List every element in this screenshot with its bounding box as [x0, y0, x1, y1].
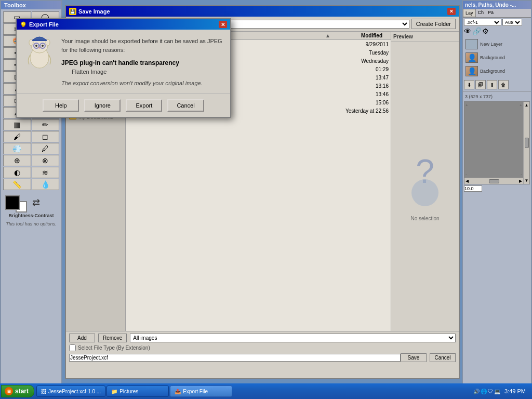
toolbox-title: Toolbox [1, 1, 61, 9]
layer-item-bg[interactable]: 👤 Background [464, 64, 530, 78]
mini-scrollbar-v[interactable]: ▲ ▼ [523, 102, 529, 184]
layer-name-new: New Layer [480, 42, 528, 47]
zoom-row [464, 185, 530, 192]
tool-measure[interactable]: 📏 [3, 179, 31, 190]
taskbar-item-2[interactable]: 📤 Export File [170, 385, 232, 397]
taskbar-item-1[interactable]: 📁 Pictures [107, 385, 169, 397]
layer-up-btn[interactable]: ⬆ [487, 80, 497, 89]
taskbar-label-0: JesseProject.xcf-1.0 ... [48, 389, 101, 394]
auto-dropdown[interactable]: Auto [502, 19, 522, 26]
help-btn[interactable]: Help [43, 99, 79, 112]
export-mascot [24, 37, 55, 68]
start-button[interactable]: ⊞ start [1, 385, 34, 397]
zoom-input[interactable] [464, 185, 482, 192]
export-cancel-btn[interactable]: Cancel [167, 99, 204, 112]
wilber-icon [24, 34, 55, 71]
ignore-btn[interactable]: Ignore [84, 99, 121, 112]
layer-thumb-new [466, 39, 478, 49]
layer-down-btn[interactable]: ⬇ [464, 80, 474, 89]
tool-airbrush[interactable]: 💨 [3, 143, 31, 154]
filename-row [69, 354, 401, 362]
layer-thumb-bg: 👤 [466, 66, 478, 76]
taskbar-label-2: Export File [183, 389, 208, 394]
taskbar: ⊞ start 🖼 JesseProject.xcf-1.0 ... 📁 Pic… [0, 383, 532, 399]
taskbar-items: 🖼 JesseProject.xcf-1.0 ... 📁 Pictures 📤 … [36, 385, 473, 397]
zoom-plus-h: + [466, 103, 468, 108]
tool-dodge-burn[interactable]: ◐ [3, 167, 31, 178]
tool-pencil[interactable]: ✏ [32, 119, 60, 130]
taskbar-icon-1: 📁 [111, 389, 117, 394]
tool-heal[interactable]: ⊗ [32, 155, 60, 166]
tool-clone[interactable]: ⊕ [3, 155, 31, 166]
export-title: Export File [29, 21, 59, 28]
file-date-test-anim-gif: Yesterday at 22:56 [345, 108, 389, 114]
image-info: 3 (629 x 737) [463, 93, 531, 100]
file-date-jesse1: 13:47 [376, 75, 389, 81]
save-image-titlebar: 💾 Save Image ✕ [66, 6, 459, 17]
tool-options-text: This tool has no options. [1, 220, 61, 228]
save-btn[interactable]: Save [401, 353, 427, 362]
layer-item-new[interactable]: New Layer [464, 37, 530, 51]
bottom-row3: Save Cancel [69, 353, 456, 362]
layer-delete-btn[interactable]: 🗑 [498, 80, 509, 89]
layer-thumb-bg-copy: 👤 [466, 52, 478, 63]
eye-icon[interactable]: 👁 [464, 27, 471, 35]
layer-action-buttons: ⬇ 🗐 ⬆ 🗑 [464, 80, 530, 89]
start-label: start [15, 388, 29, 395]
layers-list: New Layer 👤 Background 👤 Background [464, 37, 530, 78]
taskbar-right: 🔊 🌐 🛡 💻 3:49 PM [473, 388, 532, 394]
xcf-dropdown[interactable]: .xcf-1 [464, 19, 501, 26]
save-bottom: Add Remove All images Select File Type (… [66, 331, 459, 364]
tab-paths[interactable]: Pa [486, 9, 496, 17]
save-image-titlebar-left: 💾 Save Image [69, 8, 110, 15]
add-btn[interactable]: Add [69, 334, 95, 342]
panel-tabs: Lay Ch Pa [463, 9, 531, 18]
mini-scrollbar-h[interactable]: ◀ ▶ [464, 178, 523, 184]
svg-point-2 [22, 23, 23, 24]
tool-eraser[interactable]: ◻ [32, 131, 60, 142]
right-panel: nels, Paths, Undo -... Lay Ch Pa .xcf-1 … [462, 0, 532, 384]
preview-label: Preview [391, 32, 459, 42]
layer-item-bg-copy[interactable]: 👤 Background [464, 51, 530, 64]
system-icon-network: 🌐 [481, 389, 487, 394]
layer-name-bg: Background [480, 69, 528, 74]
preview-circle [411, 179, 438, 206]
tab-layers[interactable]: Lay [463, 9, 476, 17]
save-image-close-btn[interactable]: ✕ [447, 8, 456, 15]
select-file-type-checkbox[interactable] [69, 344, 76, 351]
layer-duplicate-btn[interactable]: 🗐 [475, 80, 486, 89]
taskbar-icon-2: 📤 [175, 389, 181, 394]
settings-icon[interactable]: ⚙ [482, 27, 489, 35]
cancel-btn[interactable]: Cancel [430, 353, 456, 362]
link-icon[interactable]: 🔗 [472, 27, 481, 35]
tool-paintbrush[interactable]: 🖌 [3, 131, 31, 142]
bottom-row1: Add Remove All images [69, 334, 456, 342]
file-date-jesse-anim-xcf: 13:46 [376, 91, 389, 97]
svg-point-8 [35, 45, 37, 47]
export-reason-item: Flatten Image [72, 69, 223, 75]
export-btn[interactable]: Export [126, 99, 162, 112]
save-title-icon: 💾 [69, 8, 76, 15]
foreground-color[interactable] [5, 195, 20, 210]
remove-btn[interactable]: Remove [98, 334, 127, 342]
sort-arrow: ▲ [325, 33, 330, 38]
system-icon-security: 🛡 [488, 389, 493, 394]
tool-ink[interactable]: 🖊 [32, 143, 60, 154]
create-folder-btn[interactable]: Create Folder [411, 19, 456, 29]
taskbar-item-0[interactable]: 🖼 JesseProject.xcf-1.0 ... [36, 385, 105, 397]
export-main-text: Your image should be exported before it … [61, 37, 223, 54]
taskbar-label-1: Pictures [119, 389, 138, 394]
tool-blend[interactable]: ▥ [3, 119, 31, 130]
save-cancel-buttons: Save Cancel [401, 353, 456, 362]
file-date-misc: Tuesday [369, 50, 389, 56]
export-close-btn[interactable]: ✕ [219, 21, 227, 28]
file-date-tech: Wednesday [361, 58, 389, 64]
tool-color-picker[interactable]: 💧 [32, 179, 60, 190]
filename-input[interactable] [69, 354, 401, 362]
file-date-lego: 9/29/2011 [366, 42, 389, 47]
swap-colors-icon[interactable]: ⇄ [32, 197, 40, 208]
filter-select[interactable]: All images [130, 334, 456, 342]
mini-canvas: ▲ ▼ ◀ ▶ + - + - [464, 101, 530, 184]
tool-smudge[interactable]: ≋ [32, 167, 60, 178]
tab-channels[interactable]: Ch [476, 9, 486, 17]
